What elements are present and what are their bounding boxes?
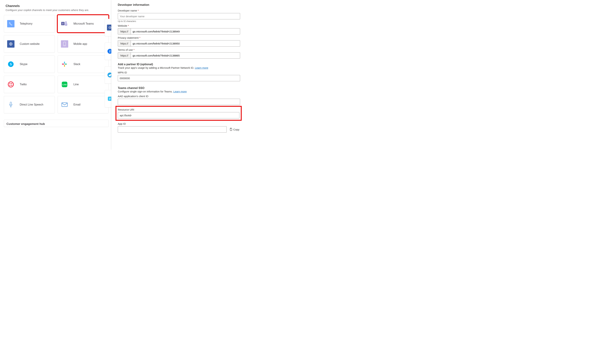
developer-info-pane: Developer information Developer name Up … [111, 0, 243, 150]
svg-rect-27 [230, 129, 232, 131]
svg-text:T: T [62, 22, 64, 25]
tile-label: Direct Line Speech [20, 103, 43, 106]
svg-rect-9 [65, 64, 67, 65]
mpn-id-label: MPN ID [118, 71, 240, 74]
teams-icon: T [61, 20, 68, 27]
website-field: https:// [118, 28, 240, 34]
resource-uri-highlight: Resource URI [116, 107, 241, 120]
tile-label: Mobile app [73, 42, 87, 46]
line-icon: LINE [61, 81, 68, 88]
tile-label: Slack [73, 63, 80, 66]
tile-twilio[interactable]: Twilio [4, 76, 55, 93]
svg-point-12 [8, 82, 13, 87]
svg-text:f: f [109, 50, 111, 53]
phone-icon [7, 20, 14, 27]
partner-id-title: Add a partner ID (optional) [118, 63, 240, 66]
svg-point-13 [9, 83, 10, 84]
app-id-label: App ID [118, 122, 240, 125]
svg-point-14 [11, 83, 12, 84]
tile-line[interactable]: LINE Line [58, 76, 109, 93]
partner-learn-more-link[interactable]: Learn more [195, 66, 208, 69]
sso-title: Teams channel SSO [118, 86, 240, 90]
sso-desc-text: Configure single sign-on information for… [118, 90, 173, 93]
tile-direct-line-speech[interactable]: Direct Line Speech [4, 96, 55, 113]
svg-rect-3 [65, 23, 67, 26]
https-prefix: https:// [118, 52, 131, 58]
terms-input[interactable] [131, 52, 240, 58]
terms-field: https:// [118, 52, 240, 58]
developer-name-label: Developer name [118, 9, 240, 12]
svg-point-2 [65, 21, 67, 23]
partner-id-desc: Track your app's usage by adding a Micro… [118, 66, 240, 69]
tile-label: Line [73, 83, 79, 86]
https-prefix: https:// [118, 28, 131, 34]
tile-slack[interactable]: Slack [58, 55, 109, 73]
tile-label: Telephony [20, 22, 33, 25]
svg-point-16 [11, 85, 12, 86]
svg-text:S: S [10, 62, 12, 66]
tile-label: Skype [20, 63, 27, 66]
privacy-field: https:// [118, 40, 240, 46]
developer-name-input[interactable] [118, 13, 240, 19]
svg-rect-8 [64, 62, 65, 64]
sso-desc: Configure single sign-on information for… [118, 90, 240, 93]
aad-client-id-input[interactable] [118, 99, 240, 105]
customer-engagement-hub-title: Customer engagement hub [4, 120, 109, 127]
tile-custom-website[interactable]: Custom website [4, 35, 55, 53]
tile-label: Microsoft Teams [73, 22, 94, 25]
tile-label: Email [73, 103, 80, 106]
resource-uri-input[interactable] [118, 112, 239, 118]
website-input[interactable] [131, 28, 240, 34]
twilio-icon [7, 81, 14, 88]
svg-rect-11 [62, 64, 64, 65]
channels-subtitle: Configure your copilot channels to meet … [6, 8, 110, 12]
aad-client-id-label: AAD application's client ID [118, 95, 240, 98]
tile-label: Custom website [20, 42, 39, 46]
partner-id-desc-text: Track your app's usage by adding a Micro… [118, 66, 195, 69]
channels-section: Channels Configure your copilot channels… [2, 0, 110, 127]
slack-icon [61, 60, 68, 68]
email-icon [61, 101, 68, 108]
svg-rect-10 [64, 65, 65, 67]
svg-text:LINE: LINE [62, 84, 67, 86]
mobile-icon [61, 40, 68, 48]
privacy-label: Privacy statement [118, 36, 240, 39]
tile-email[interactable]: Email [58, 96, 109, 113]
channels-title: Channels [6, 4, 110, 8]
svg-point-15 [9, 85, 10, 86]
microphone-icon [7, 101, 14, 108]
resource-uri-label: Resource URI [118, 108, 239, 111]
mpn-id-input[interactable] [118, 75, 240, 81]
copy-label: Copy [233, 128, 239, 131]
svg-rect-20 [62, 103, 67, 107]
sso-learn-more-link[interactable]: Learn more [173, 90, 187, 93]
developer-name-hint: Up to 32 characters [118, 20, 240, 22]
copy-button[interactable]: Copy [229, 128, 240, 131]
skype-icon: S [7, 60, 14, 68]
tile-telephony[interactable]: Telephony [4, 15, 55, 32]
https-prefix: https:// [118, 40, 131, 46]
app-id-input[interactable] [118, 126, 227, 133]
svg-rect-19 [10, 102, 12, 105]
svg-text:#: # [109, 97, 111, 100]
channels-grid: Telephony T Microsoft Teams Custom websi… [2, 15, 110, 113]
tile-label: Twilio [20, 83, 27, 86]
tile-microsoft-teams[interactable]: T Microsoft Teams [58, 15, 109, 32]
terms-label: Terms of use [118, 48, 240, 51]
privacy-input[interactable] [131, 40, 240, 46]
website-label: Website [118, 24, 240, 27]
tile-skype[interactable]: S Skype [4, 55, 55, 73]
tile-mobile-app[interactable]: Mobile app [58, 35, 109, 53]
globe-icon [7, 40, 14, 48]
developer-info-title: Developer information [118, 3, 240, 7]
copy-icon [230, 128, 232, 131]
